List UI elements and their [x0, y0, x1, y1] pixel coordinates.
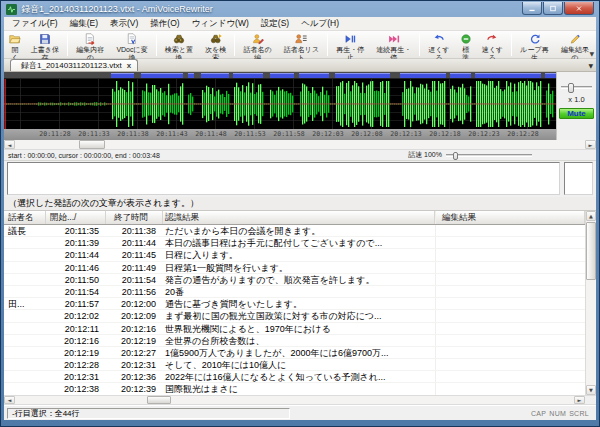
table-vscroll-thumb[interactable]	[586, 222, 596, 280]
cell-start-time: 20:11:35	[46, 225, 106, 236]
table-row[interactable]: 20:11:4620:11:49日程第1一般質問を行います。	[4, 262, 585, 274]
toolbar-button-save[interactable]: 上書き保存	[25, 32, 65, 61]
table-scroll-left-icon[interactable]: ◄	[4, 396, 15, 404]
cell-edit-result	[435, 371, 585, 382]
menu-item-7[interactable]: ヘルプ(H)	[295, 17, 345, 31]
menu-item-5[interactable]: ウィンドウ(W)	[186, 17, 255, 31]
toolbar-overflow-icon[interactable]: ▼	[589, 50, 594, 57]
speech-segment[interactable]	[400, 73, 445, 78]
speed-slider[interactable]	[446, 154, 532, 157]
cell-end-time: 20:12:19	[106, 335, 163, 346]
cell-start-time: 20:12:28	[46, 359, 106, 370]
scroll-up-icon[interactable]: ▲	[586, 211, 596, 221]
menu-item-4[interactable]: 操作(O)	[144, 17, 185, 31]
menu-item-2[interactable]: 編集(E)	[64, 17, 104, 31]
table-row[interactable]: 20:11:3920:11:44本日の議事日程はお手元に配付してございますので.…	[4, 237, 585, 249]
tab-label: 録音1_20140311201123.vtxt	[21, 60, 122, 71]
scroll-down-icon[interactable]: ▼	[586, 385, 596, 395]
table-row[interactable]: 20:12:0220:12:09まず最初に国の観光立国政策に対する市の対応につ.…	[4, 310, 585, 322]
scroll-right-icon[interactable]: ►	[585, 140, 596, 149]
table-row[interactable]: 20:11:5420:11:5620番	[4, 286, 585, 298]
wave-hscroll-thumb[interactable]	[79, 140, 105, 149]
tab-close-icon[interactable]: x	[127, 62, 131, 70]
toolbar-button-slower[interactable]: 遅くする	[422, 32, 456, 61]
toolbar-button-search-replace[interactable]: 検索と置換	[159, 32, 199, 61]
menu-item-6[interactable]: 設定(S)	[255, 17, 295, 31]
toolbar-button-loop-play[interactable]: ループ再生	[514, 32, 554, 61]
speech-segment[interactable]	[188, 73, 194, 78]
table-scroll-right-icon[interactable]: ►	[574, 396, 585, 404]
cell-speaker	[4, 237, 46, 248]
table-row[interactable]: 20:12:1920:12:271億5900万人でありましたが、2000年には6…	[4, 347, 585, 359]
speech-segment[interactable]	[475, 73, 541, 78]
maximize-button[interactable]	[543, 2, 563, 15]
document-tab[interactable]: 録音1_20140311201123.vtxt x	[10, 59, 138, 71]
tabbar-overflow-icon[interactable]: ▼	[588, 62, 593, 69]
toolbar-button-normal-speed[interactable]: 標準	[456, 32, 476, 61]
table-row[interactable]: 20:12:2820:12:31そして、2010年には10億人に	[4, 359, 585, 371]
scroll-left-icon[interactable]: ◄	[4, 140, 15, 149]
mute-button[interactable]: Mute	[559, 108, 594, 119]
menu-item-3[interactable]: 表示(V)	[104, 17, 144, 31]
cell-speaker	[4, 323, 46, 334]
table-row[interactable]: 20:12:3820:12:39国際観光はまさに	[4, 383, 585, 395]
loop-play-icon	[529, 33, 541, 46]
table-row[interactable]: 田...20:11:5720:12:00通告に基づき質問をいたします。	[4, 298, 585, 310]
continuous-play-icon	[388, 33, 400, 46]
column-header-recognition[interactable]: 認識結果	[163, 211, 435, 224]
table-row[interactable]: 20:12:3120:12:362022年には16億人になるとよく知っている予測…	[4, 371, 585, 383]
close-button[interactable]	[564, 2, 594, 15]
volume-slider-thumb[interactable]	[568, 83, 574, 93]
speech-segment[interactable]	[545, 73, 556, 78]
tab-bar: 録音1_20140311201123.vtxt x ▼	[4, 59, 596, 72]
speech-segment[interactable]	[299, 73, 329, 78]
volume-slider[interactable]	[561, 86, 592, 89]
speech-segment[interactable]	[450, 73, 471, 78]
cell-recognition: 日程第1一般質問を行います。	[163, 262, 435, 273]
menu-bar: ファイル(F)編集(E)表示(V)操作(O)ウィンドウ(W)設定(S)ヘルプ(H…	[4, 17, 596, 31]
cell-recognition: 通告に基づき質問をいたします。	[163, 298, 435, 309]
search-next-icon	[210, 33, 222, 46]
toolbar-button-open-folder[interactable]: 開く	[5, 32, 25, 61]
scrollbar-corner	[585, 396, 596, 404]
speech-segment[interactable]	[201, 73, 229, 78]
wave-hscrollbar: ◄ ►	[4, 140, 596, 150]
toolbar-button-faster[interactable]: 速くする	[476, 32, 510, 61]
speech-segment[interactable]	[335, 73, 390, 78]
toolbar-button-vdoc-convert[interactable]: VDocに変換	[110, 32, 153, 61]
edit-text-area[interactable]	[7, 162, 560, 195]
cell-end-time: 20:12:39	[106, 383, 163, 394]
speech-segment[interactable]	[233, 73, 263, 78]
column-header-speaker[interactable]: 話者名	[4, 211, 46, 224]
cell-speaker	[4, 347, 46, 358]
toolbar-button-search-next[interactable]: 次を検索	[199, 32, 232, 61]
table-row[interactable]: 20:11:5020:11:54発言の通告がありますので、順次発言を許します。	[4, 274, 585, 286]
table-row[interactable]: 20:12:1620:12:19全世界の台所校舎数は、	[4, 335, 585, 347]
cell-recognition: 日程に入ります。	[163, 249, 435, 260]
timeline-label: 20:12:28	[507, 130, 538, 138]
speech-segment[interactable]	[141, 73, 183, 78]
wave-hscroll-track[interactable]	[15, 140, 585, 149]
save-icon	[39, 33, 51, 46]
menu-item-1[interactable]: ファイル(F)	[6, 17, 64, 31]
speed-slider-thumb[interactable]	[453, 152, 458, 160]
table-hscroll-thumb[interactable]	[147, 396, 171, 404]
cell-end-time: 20:11:44	[106, 237, 163, 248]
toolbar-button-play-pause[interactable]: 再生・停止	[330, 32, 370, 61]
column-header-end[interactable]: 終了時間	[106, 211, 163, 224]
minimize-button[interactable]	[522, 2, 542, 15]
timeline-label: 20:11:33	[78, 130, 109, 138]
speech-segment[interactable]	[111, 73, 134, 78]
waveform-canvas[interactable]	[4, 79, 556, 129]
table-row[interactable]: 20:12:1120:12:16世界観光機関によると、1970年における	[4, 323, 585, 335]
table-hscroll-track[interactable]	[15, 396, 574, 404]
cell-edit-result	[435, 274, 585, 285]
cell-edit-result	[435, 225, 585, 236]
table-row[interactable]: 20:11:4420:11:45日程に入ります。	[4, 249, 585, 261]
table-row[interactable]: 議長20:11:3520:11:38ただいまから本日の会議を開きます。	[4, 225, 585, 237]
column-header-start[interactable]: 開始.../	[46, 211, 106, 224]
table-vscroll-track[interactable]	[586, 221, 596, 385]
cell-speaker	[4, 262, 46, 273]
column-header-edit[interactable]: 編集結果	[435, 211, 585, 224]
speech-segment[interactable]	[270, 73, 294, 78]
